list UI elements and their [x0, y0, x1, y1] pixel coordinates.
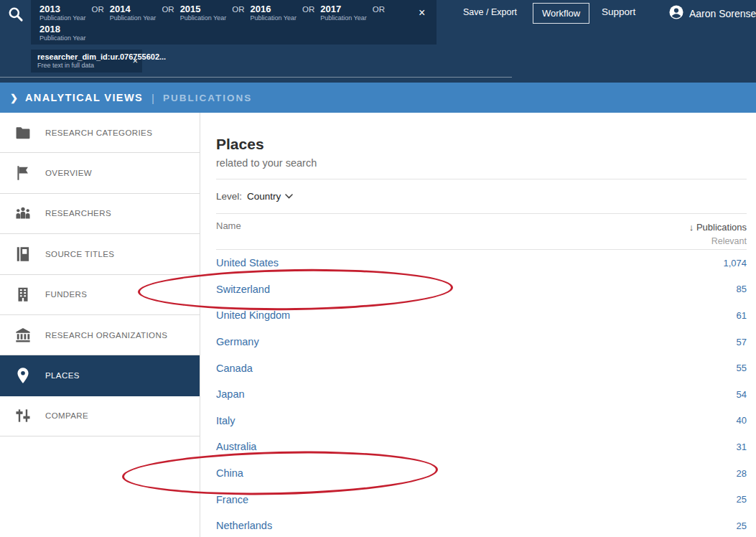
filter-chip-2016[interactable]: 2016Publication Year	[250, 4, 297, 22]
bank-icon	[13, 325, 33, 345]
workflow-button[interactable]: Workflow	[533, 3, 589, 24]
filter-chip-field: Publication Year	[39, 34, 86, 42]
country-link[interactable]: Japan	[216, 388, 245, 400]
table-row-united-states: United States1,074	[216, 250, 747, 276]
publications-count[interactable]: 25	[737, 520, 747, 531]
folder-icon	[13, 123, 33, 143]
sidebar-item-source-titles[interactable]: SOURCE TITLES	[0, 234, 200, 274]
country-link[interactable]: Canada	[216, 363, 253, 374]
country-link[interactable]: Italy	[216, 415, 235, 426]
filter-chip-value: 2015	[180, 4, 227, 14]
filter-chip-2018[interactable]: 2018Publication Year	[39, 24, 86, 42]
publications-count[interactable]: 25	[737, 494, 747, 505]
filter-chip-value: 2016	[250, 4, 297, 14]
filter-chip-2014[interactable]: 2014Publication Year	[110, 4, 157, 22]
publications-count[interactable]: 40	[737, 415, 747, 426]
top-header: 2013Publication YearOR2014Publication Ye…	[0, 0, 756, 83]
filter-chip-field: Publication Year	[39, 14, 86, 22]
country-link[interactable]: Switzerland	[216, 284, 270, 295]
publication-year-filter-group: 2013Publication YearOR2014Publication Ye…	[31, 0, 437, 45]
column-header-publications-block: ↓ Publications Relevant	[689, 220, 747, 249]
sidebar-item-research-categories[interactable]: RESEARCH CATEGORIES	[0, 113, 200, 153]
compare-bars-icon	[13, 406, 33, 426]
filter-chip-value: 2017	[320, 4, 367, 14]
publications-count[interactable]: 57	[737, 337, 747, 347]
filter-chip-2017[interactable]: 2017Publication Year	[320, 4, 367, 22]
filter-chip-value: 2018	[39, 24, 86, 34]
banner-separator: |	[151, 92, 154, 104]
search-icon[interactable]	[6, 5, 25, 24]
sidebar-item-research-organizations[interactable]: RESEARCH ORGANIZATIONS	[0, 315, 200, 355]
column-header-name[interactable]: Name	[216, 220, 241, 249]
researcher-filter-type: Free text in full data	[37, 62, 125, 70]
researcher-filter-value: researcher_dim_id:ur.076755602...	[37, 52, 125, 62]
sidebar-item-label: OVERVIEW	[45, 169, 92, 177]
filter-chip-field: Publication Year	[180, 14, 227, 22]
chevron-down-icon	[285, 194, 293, 199]
country-link[interactable]: China	[216, 467, 243, 479]
country-link[interactable]: United Kingdom	[216, 309, 290, 321]
banner-chevron-icon[interactable]: ❯	[10, 93, 18, 103]
level-label: Level:	[216, 191, 242, 202]
column-subheader-relevant: Relevant	[689, 236, 747, 246]
support-button[interactable]: Support	[602, 6, 635, 17]
table-row-switzerland: Switzerland85	[216, 276, 747, 303]
save-export-button[interactable]: Save / Export	[463, 7, 517, 17]
analytical-views-banner: ❯ ANALYTICAL VIEWS | PUBLICATIONS	[0, 83, 756, 113]
filter-chip-2013[interactable]: 2013Publication Year	[39, 4, 86, 22]
page-subtitle: related to your search	[216, 157, 747, 169]
sidebar-item-funders[interactable]: FUNDERS	[0, 275, 200, 315]
country-link[interactable]: Germany	[216, 336, 259, 347]
filter-chip-field: Publication Year	[320, 14, 367, 22]
publications-count[interactable]: 31	[737, 442, 747, 452]
header-divider	[0, 77, 512, 78]
publications-count[interactable]: 28	[737, 468, 747, 479]
level-dropdown[interactable]: Country	[247, 191, 293, 202]
publications-count[interactable]: 54	[737, 389, 747, 400]
publications-count[interactable]: 55	[737, 363, 747, 373]
country-link[interactable]: France	[216, 494, 248, 505]
country-link[interactable]: Australia	[216, 441, 256, 452]
user-avatar-icon	[668, 4, 684, 23]
places-panel: Places related to your search Level: Cou…	[201, 113, 756, 537]
sidebar-item-label: FUNDERS	[45, 290, 87, 299]
table-row-italy: Italy40	[216, 408, 747, 434]
sidebar-item-label: SOURCE TITLES	[45, 250, 114, 258]
table-header-row: Name ↓ Publications Relevant	[216, 214, 747, 249]
researcher-filter-chip[interactable]: researcher_dim_id:ur.076755602... Free t…	[31, 50, 142, 73]
sort-descending-icon: ↓	[689, 222, 694, 233]
level-selected-value: Country	[247, 191, 281, 202]
sidebar-item-label: RESEARCH ORGANIZATIONS	[45, 331, 167, 340]
publications-count[interactable]: 85	[737, 284, 747, 294]
filter-joiner-or: OR	[302, 4, 314, 22]
researcher-filter-close-icon[interactable]: ×	[132, 56, 138, 65]
column-header-publications[interactable]: ↓ Publications	[689, 222, 747, 233]
people-icon	[13, 203, 33, 223]
sidebar-item-compare[interactable]: COMPARE	[0, 396, 200, 436]
filter-chip-field: Publication Year	[250, 14, 297, 22]
sidebar-item-overview[interactable]: OVERVIEW	[0, 153, 200, 193]
filter-chip-field: Publication Year	[110, 14, 157, 22]
sidebar-item-researchers[interactable]: RESEARCHERS	[0, 194, 200, 234]
country-link[interactable]: United States	[216, 257, 279, 268]
user-menu[interactable]: Aaron Sorensen	[668, 4, 756, 23]
sidebar-item-places[interactable]: PLACES	[0, 355, 200, 396]
table-row-australia: Australia31	[216, 434, 747, 460]
journal-icon	[13, 244, 33, 264]
table-row-china: China28	[216, 460, 747, 487]
filter-chip-2015[interactable]: 2015Publication Year	[180, 4, 227, 22]
table-row-canada: Canada55	[216, 355, 747, 381]
sidebar-item-label: RESEARCH CATEGORIES	[45, 129, 152, 137]
country-link[interactable]: Netherlands	[216, 520, 272, 531]
user-name: Aaron Sorensen	[689, 8, 756, 19]
filter-joiner-or: OR	[162, 4, 174, 22]
filter-joiner-or: OR	[92, 4, 104, 22]
publications-count[interactable]: 1,074	[723, 258, 747, 268]
table-row-united-kingdom: United Kingdom61	[216, 302, 747, 329]
filter-group-close-icon[interactable]: ×	[419, 7, 425, 19]
dimensions-analytics-app: 2013Publication YearOR2014Publication Ye…	[0, 0, 756, 537]
publications-count[interactable]: 61	[737, 310, 747, 321]
map-pin-icon	[13, 365, 33, 386]
sidebar-item-label: PLACES	[45, 371, 80, 380]
table-row-netherlands: Netherlands25	[216, 513, 747, 537]
